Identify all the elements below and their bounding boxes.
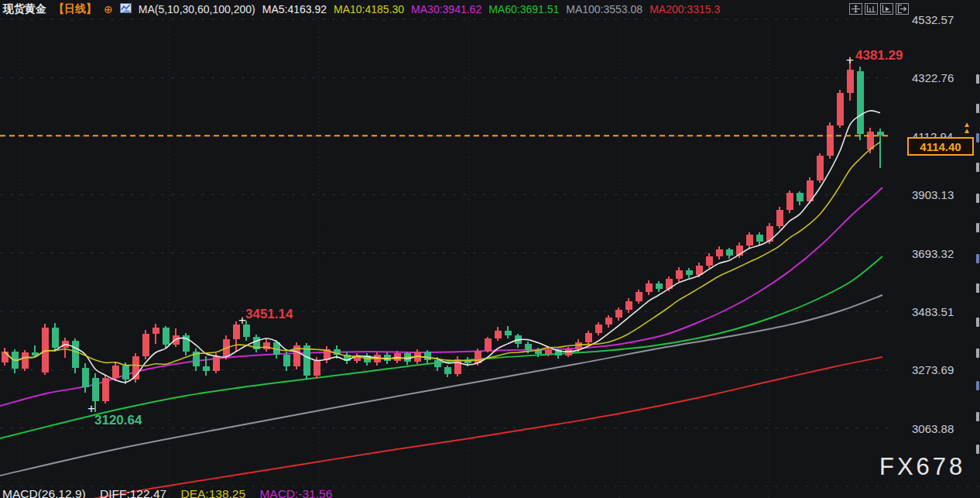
clipped-right-panel-text	[976, 412, 979, 421]
macd-diff-value: DIFF:122.47	[100, 487, 166, 498]
clipped-right-panel-text	[976, 194, 979, 203]
clipped-right-panel-text	[976, 283, 979, 293]
pan-icon[interactable]	[849, 3, 862, 15]
clipped-right-panel-text	[976, 104, 979, 113]
ma100-value: MA100:3553.08	[566, 3, 642, 15]
axis-price-label: 3273.69	[912, 363, 960, 376]
ma-slow-lines-layer	[0, 187, 882, 498]
ma10-value: MA10:4185.30	[334, 3, 404, 15]
ma-line-ma60	[0, 256, 882, 438]
symbol-title: 现货黄金	[3, 2, 46, 16]
macd-value: MACD:-31.56	[259, 487, 332, 498]
ma-line-ma200	[84, 357, 882, 498]
trading-chart-window: 现货黄金 【日线】 ⊕ MA(5,10,30,60,100,200) MA5:4…	[0, 0, 980, 498]
indicator-header: 现货黄金 【日线】 ⊕ MA(5,10,30,60,100,200) MA5:4…	[3, 0, 720, 18]
macd-indicator-row[interactable]: MACD(26,12,9) DIFF:122.47 DEA:138.25 MAC…	[2, 487, 343, 498]
axis-price-label: 4322.76	[912, 71, 960, 84]
ma200-value: MA200:3315.3	[649, 3, 720, 15]
clipped-right-panel-text	[976, 445, 979, 454]
candlestick-chart[interactable]	[0, 0, 980, 498]
clipped-right-panel-text	[976, 133, 979, 143]
ma60-value: MA60:3691.51	[488, 3, 559, 15]
chart-toolbar	[849, 3, 909, 15]
clipped-right-panel-text	[976, 254, 979, 263]
ma-parameters-label[interactable]: MA(5,10,30,60,100,200)	[139, 3, 255, 15]
axis-play-icon[interactable]	[880, 3, 893, 15]
clipped-right-panel-text	[976, 381, 979, 390]
clipped-right-panel-text	[976, 318, 979, 327]
ma-line-ma5	[5, 111, 880, 383]
current-price-box: 4114.40	[907, 137, 974, 156]
circle-plus-icon[interactable]: ⊕	[104, 4, 113, 15]
clipped-right-panel-text	[976, 74, 979, 84]
ma5-value: MA5:4163.92	[262, 3, 327, 15]
watermark-fx678: FX678	[879, 453, 965, 481]
axis-price-label: 4532.57	[912, 13, 960, 26]
extreme-price-label: 3451.14	[245, 307, 293, 322]
price-up-arrow-icon: ▲ ▲	[962, 122, 971, 134]
clipped-right-panel-text	[976, 349, 979, 358]
clipped-right-panel-text	[976, 163, 979, 172]
axis-price-label: 3903.13	[912, 188, 960, 201]
macd-dea-value: DEA:138.25	[180, 487, 245, 498]
axis-price-label: 3063.88	[912, 422, 960, 435]
current-price-value: 4114.40	[920, 140, 961, 153]
clipped-right-panel-text	[976, 223, 979, 232]
mini-chart-icon[interactable]	[120, 3, 132, 15]
extreme-price-label: 4381.29	[855, 48, 903, 64]
axis-price-label: 3483.51	[912, 305, 960, 318]
ma30-value: MA30:3941.62	[411, 3, 481, 15]
axis-scale-icon[interactable]	[865, 3, 878, 15]
extreme-cross-marker: +	[846, 53, 854, 68]
extreme-price-label: 3120.64	[94, 413, 142, 428]
grid-layer	[0, 17, 980, 498]
export-chart-icon[interactable]	[896, 3, 909, 15]
axis-price-label: 3693.32	[912, 247, 960, 260]
ma-fast-lines-layer	[5, 111, 880, 383]
period-label[interactable]: 【日线】	[53, 2, 97, 16]
macd-params-label: MACD(26,12,9)	[2, 487, 86, 498]
